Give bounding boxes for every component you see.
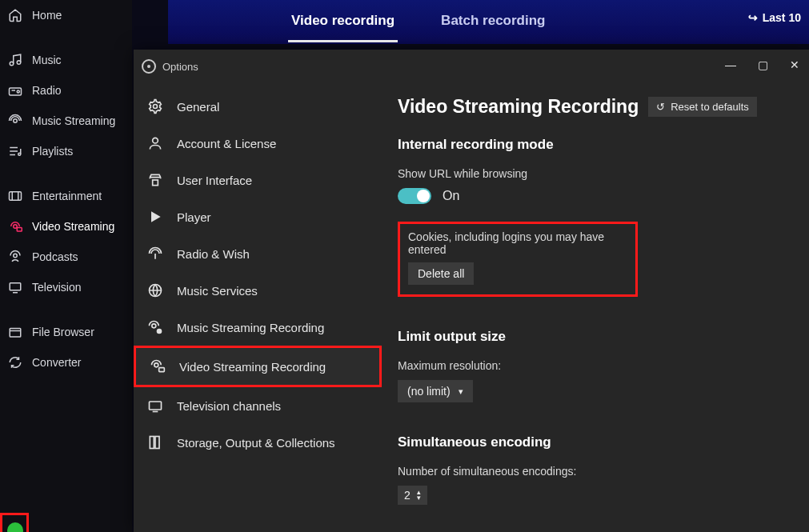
settings-nav-radio-wish[interactable]: Radio & Wish (134, 235, 382, 272)
sidebar-item-label: Entertainment (32, 190, 102, 202)
stepper-value: 2 (404, 489, 411, 502)
settings-nav-label: User Interface (177, 174, 252, 187)
settings-nav-label: Account & License (177, 137, 276, 150)
home-icon (8, 8, 22, 22)
settings-nav-label: Music Services (177, 284, 258, 298)
sidebar-item-music-streaming[interactable]: Music Streaming (0, 106, 132, 136)
svg-point-13 (154, 105, 158, 109)
settings-nav-video-streaming-rec[interactable]: Video Streaming Recording (134, 346, 382, 387)
settings-nav-label: Storage, Output & Collections (177, 436, 335, 450)
settings-nav-music-streaming-rec[interactable]: Music Streaming Recording (134, 309, 382, 346)
svg-point-14 (153, 138, 158, 143)
sidebar-item-radio[interactable]: Radio (0, 75, 132, 106)
svg-rect-23 (155, 437, 159, 449)
stepper-arrows-icon: ▴▾ (417, 490, 421, 501)
app-logo-icon (142, 59, 156, 74)
player-icon (146, 208, 164, 226)
select-value: (no limit) (407, 385, 451, 398)
svg-point-18 (158, 330, 162, 334)
reset-icon: ↺ (656, 101, 665, 113)
last-label: Last 10 (763, 11, 801, 24)
simul-encodings-stepper[interactable]: 2 ▴▾ (398, 486, 427, 505)
svg-point-4 (14, 119, 18, 123)
svg-point-19 (154, 363, 158, 367)
sidebar-item-label: Video Streaming (32, 220, 114, 233)
sidebar-item-label: Music Streaming (32, 114, 115, 127)
settings-nav-label: Television channels (177, 399, 281, 413)
tv-channels-icon (146, 397, 164, 414)
svg-point-1 (17, 61, 21, 65)
max-resolution-select[interactable]: (no limit) ▾ (398, 380, 473, 402)
annotation-highlight (0, 513, 29, 532)
entertainment-icon (8, 189, 22, 203)
toggle-state: On (443, 189, 459, 203)
reset-defaults-button[interactable]: ↺ Reset to defaults (648, 97, 757, 117)
sidebar-item-entertainment[interactable]: Entertainment (0, 181, 132, 211)
svg-rect-21 (150, 402, 162, 410)
sidebar-item-label: Playlists (32, 145, 73, 158)
svg-point-12 (147, 65, 150, 68)
sidebar-item-label: Converter (32, 356, 81, 369)
redo-icon: ↪ (748, 11, 758, 24)
file-browser-icon (8, 325, 22, 339)
radio-icon (8, 83, 22, 98)
svg-rect-8 (17, 228, 22, 232)
delete-all-button[interactable]: Delete all (408, 262, 474, 285)
reset-label: Reset to defaults (671, 101, 749, 113)
sidebar-item-label: Radio (32, 84, 62, 97)
settings-content: Video Streaming Recording ↺ Reset to def… (382, 50, 809, 532)
sidebar-item-label: Podcasts (32, 250, 78, 263)
section-simultaneous: Simultaneous encoding (398, 434, 793, 450)
sidebar-item-podcasts[interactable]: Podcasts (0, 242, 132, 272)
sidebar-item-playlists[interactable]: Playlists (0, 136, 132, 166)
svg-rect-15 (153, 180, 158, 186)
sidebar-item-label: Television (32, 281, 81, 294)
playlists-icon (8, 144, 22, 158)
settings-nav-storage[interactable]: Storage, Output & Collections (134, 424, 382, 461)
svg-point-3 (17, 90, 19, 93)
sidebar-item-label: File Browser (32, 326, 94, 338)
tab-video-recording[interactable]: Video recording (288, 2, 398, 42)
settings-nav: General Account & License User Interface… (134, 50, 382, 532)
settings-nav-player[interactable]: Player (134, 198, 382, 235)
page-title: Video Streaming Recording (398, 96, 639, 118)
settings-nav-ui[interactable]: User Interface (134, 162, 382, 198)
sidebar-item-video-streaming[interactable]: Video Streaming (0, 211, 132, 242)
svg-point-0 (10, 62, 14, 66)
svg-point-17 (152, 324, 156, 328)
music-services-icon (146, 282, 164, 299)
sidebar-item-television[interactable]: Television (0, 272, 132, 302)
cookies-section-highlight: Cookies, including logins you may have e… (398, 222, 638, 297)
settings-nav-music-services[interactable]: Music Services (134, 272, 382, 309)
svg-point-9 (14, 254, 18, 258)
settings-nav-account[interactable]: Account & License (134, 125, 382, 162)
video-streaming-icon (8, 219, 22, 234)
sidebar-item-label: Music (32, 54, 62, 66)
show-url-toggle[interactable] (398, 188, 431, 204)
sidebar-item-home[interactable]: Home (0, 0, 132, 30)
settings-nav-general[interactable]: General (134, 88, 382, 125)
settings-nav-label: Player (177, 210, 211, 224)
simul-encodings-label: Number of simultaneous encodings: (398, 465, 793, 478)
top-tabs: Video recording Batch recording (288, 2, 548, 42)
cookies-label: Cookies, including logins you may have e… (408, 230, 627, 256)
section-limit-output: Limit output size (398, 329, 793, 345)
settings-nav-label: Music Streaming Recording (177, 321, 324, 334)
settings-nav-tv-channels[interactable]: Television channels (134, 387, 382, 424)
gear-icon (146, 98, 164, 115)
svg-rect-6 (10, 192, 22, 201)
sidebar-item-file-browser[interactable]: File Browser (0, 317, 132, 347)
music-streaming-icon (8, 114, 22, 128)
last-button[interactable]: ↪ Last 10 (748, 11, 801, 24)
window-title: Options (162, 61, 198, 73)
television-icon (8, 280, 22, 294)
sidebar-item-label: Home (32, 9, 62, 22)
chevron-down-icon: ▾ (459, 386, 463, 397)
music-rec-icon (146, 318, 164, 336)
ui-icon (146, 171, 164, 189)
sidebar-item-music[interactable]: Music (0, 45, 132, 75)
sidebar-item-converter[interactable]: Converter (0, 347, 132, 378)
section-internal-mode: Internal recording mode (398, 137, 793, 153)
tab-batch-recording[interactable]: Batch recording (438, 2, 548, 42)
top-header: Video recording Batch recording ↪ Last 1… (168, 0, 809, 44)
